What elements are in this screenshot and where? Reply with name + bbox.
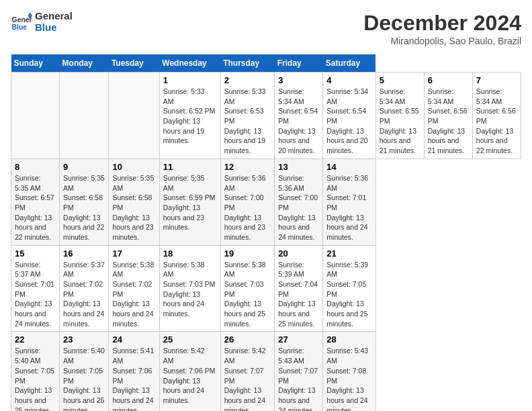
daylight-hours: Daylight: 13 hours and 24 minutes. [278,385,319,411]
header-day-wednesday: Wednesday [159,54,220,73]
sunset-time: Sunset: 7:07 PM [224,366,271,385]
sunrise-time: Sunrise: 5:36 AM [278,173,319,193]
calendar-cell: 15 Sunrise: 5:37 AM Sunset: 7:01 PM Dayl… [11,245,60,332]
cell-info: Sunrise: 5:37 AM Sunset: 7:02 PM Dayligh… [63,260,105,329]
sunset-time: Sunset: 6:59 PM [163,193,217,203]
daylight-hours: Daylight: 13 hours and 24 minutes. [112,299,155,328]
cell-info: Sunrise: 5:40 AM Sunset: 7:05 PM Dayligh… [63,346,105,411]
day-number: 16 [63,248,105,259]
calendar-cell: 14 Sunrise: 5:36 AM Sunset: 7:01 PM Dayl… [323,158,375,245]
cell-info: Sunrise: 5:40 AM Sunset: 7:05 PM Dayligh… [15,346,56,411]
calendar-week-4: 22 Sunrise: 5:40 AM Sunset: 7:05 PM Dayl… [11,332,521,411]
calendar-cell: 13 Sunrise: 5:36 AM Sunset: 7:00 PM Dayl… [275,158,323,245]
sunset-time: Sunset: 7:02 PM [112,279,155,299]
sunrise-time: Sunrise: 5:36 AM [224,173,271,193]
sunset-time: Sunset: 7:03 PM [163,279,217,289]
cell-info: Sunrise: 5:36 AM Sunset: 7:00 PM Dayligh… [224,173,271,242]
daylight-hours: Daylight: 13 hours and 24 minutes. [163,289,217,319]
sunset-time: Sunset: 6:54 PM [278,106,319,126]
daylight-hours: Daylight: 13 hours and 23 minutes. [163,203,217,232]
cell-info: Sunrise: 5:38 AM Sunset: 7:03 PM Dayligh… [224,260,271,329]
cell-info: Sunrise: 5:43 AM Sunset: 7:07 PM Dayligh… [278,346,319,411]
header-row: SundayMondayTuesdayWednesdayThursdayFrid… [11,54,521,73]
sunset-time: Sunset: 7:06 PM [163,366,217,376]
cell-info: Sunrise: 5:41 AM Sunset: 7:06 PM Dayligh… [112,346,155,411]
logo: General Blue General Blue [11,11,73,33]
day-number: 1 [163,75,217,85]
header-day-thursday: Thursday [220,54,275,73]
calendar-cell: 9 Sunrise: 5:35 AM Sunset: 6:58 PM Dayli… [60,158,109,245]
calendar-cell: 18 Sunrise: 5:38 AM Sunset: 7:03 PM Dayl… [159,245,220,332]
day-number: 15 [15,248,56,259]
day-number: 18 [163,248,217,259]
day-number: 21 [326,248,371,259]
sunset-time: Sunset: 6:56 PM [476,106,517,126]
sunset-time: Sunset: 7:05 PM [63,366,105,385]
cell-info: Sunrise: 5:42 AM Sunset: 7:07 PM Dayligh… [224,346,271,411]
sunrise-time: Sunrise: 5:39 AM [278,260,319,279]
sunrise-time: Sunrise: 5:38 AM [163,260,217,279]
cell-info: Sunrise: 5:35 AM Sunset: 6:58 PM Dayligh… [112,173,155,242]
daylight-hours: Daylight: 13 hours and 24 minutes. [224,385,271,411]
day-number: 28 [326,334,371,345]
calendar-cell: 3 Sunrise: 5:34 AM Sunset: 6:54 PM Dayli… [275,73,323,159]
daylight-hours: Daylight: 13 hours and 24 minutes. [112,385,155,411]
calendar-cell: 2 Sunrise: 5:33 AM Sunset: 6:53 PM Dayli… [220,73,275,159]
sunrise-time: Sunrise: 5:38 AM [112,260,155,279]
day-number: 24 [112,334,155,345]
calendar-cell: 11 Sunrise: 5:35 AM Sunset: 6:59 PM Dayl… [159,158,220,245]
header-day-monday: Monday [60,54,109,73]
sunset-time: Sunset: 7:00 PM [224,193,271,212]
cell-info: Sunrise: 5:35 AM Sunset: 6:57 PM Dayligh… [15,173,56,242]
day-number: 9 [63,162,105,172]
logo-icon: General Blue [11,11,32,33]
sunrise-time: Sunrise: 5:35 AM [15,173,56,193]
daylight-hours: Daylight: 13 hours and 21 minutes. [380,126,420,156]
sunset-time: Sunset: 7:03 PM [224,279,271,299]
sunset-time: Sunset: 7:04 PM [278,279,319,299]
svg-text:Blue: Blue [12,24,28,31]
cell-info: Sunrise: 5:38 AM Sunset: 7:03 PM Dayligh… [163,260,217,319]
svg-marker-2 [28,12,32,15]
day-number: 27 [278,334,319,345]
sunrise-time: Sunrise: 5:34 AM [278,87,319,106]
calendar-cell: 4 Sunrise: 5:34 AM Sunset: 6:54 PM Dayli… [323,73,375,159]
sunset-time: Sunset: 6:54 PM [326,106,371,126]
day-number: 26 [224,334,271,345]
sunset-time: Sunset: 7:00 PM [278,193,319,212]
daylight-hours: Daylight: 13 hours and 24 minutes. [326,213,371,242]
calendar-cell [109,73,159,159]
calendar-cell: 10 Sunrise: 5:35 AM Sunset: 6:58 PM Dayl… [109,158,159,245]
daylight-hours: Daylight: 13 hours and 19 minutes. [224,126,271,156]
sunrise-time: Sunrise: 5:33 AM [224,87,271,106]
day-number: 6 [428,75,469,85]
daylight-hours: Daylight: 13 hours and 20 minutes. [326,126,371,156]
day-number: 8 [15,162,56,172]
daylight-hours: Daylight: 13 hours and 20 minutes. [278,126,319,156]
cell-info: Sunrise: 5:43 AM Sunset: 7:08 PM Dayligh… [326,346,371,411]
cell-info: Sunrise: 5:34 AM Sunset: 6:54 PM Dayligh… [278,87,319,156]
calendar-subtitle: Mirandopolis, Sao Paulo, Brazil [363,36,521,46]
cell-info: Sunrise: 5:35 AM Sunset: 6:59 PM Dayligh… [163,173,217,232]
day-number: 7 [476,75,517,85]
day-number: 19 [224,248,271,259]
sunset-time: Sunset: 7:06 PM [112,366,155,385]
sunrise-time: Sunrise: 5:42 AM [224,346,271,365]
calendar-cell: 20 Sunrise: 5:39 AM Sunset: 7:04 PM Dayl… [275,245,323,332]
sunrise-time: Sunrise: 5:35 AM [63,173,105,193]
header-day-saturday: Saturday [323,54,375,73]
sunrise-time: Sunrise: 5:37 AM [15,260,56,279]
calendar-cell: 8 Sunrise: 5:35 AM Sunset: 6:57 PM Dayli… [11,158,60,245]
sunrise-time: Sunrise: 5:34 AM [476,87,517,106]
sunrise-time: Sunrise: 5:34 AM [380,87,420,106]
daylight-hours: Daylight: 13 hours and 24 minutes. [326,385,371,411]
sunrise-time: Sunrise: 5:33 AM [163,87,217,106]
sunset-time: Sunset: 6:55 PM [380,106,420,126]
sunrise-time: Sunrise: 5:42 AM [163,346,217,365]
daylight-hours: Daylight: 13 hours and 25 minutes. [63,385,105,411]
calendar-cell: 12 Sunrise: 5:36 AM Sunset: 7:00 PM Dayl… [220,158,275,245]
daylight-hours: Daylight: 13 hours and 25 minutes. [278,299,319,328]
day-number: 14 [326,162,371,172]
sunrise-time: Sunrise: 5:37 AM [63,260,105,279]
daylight-hours: Daylight: 13 hours and 19 minutes. [163,116,217,146]
